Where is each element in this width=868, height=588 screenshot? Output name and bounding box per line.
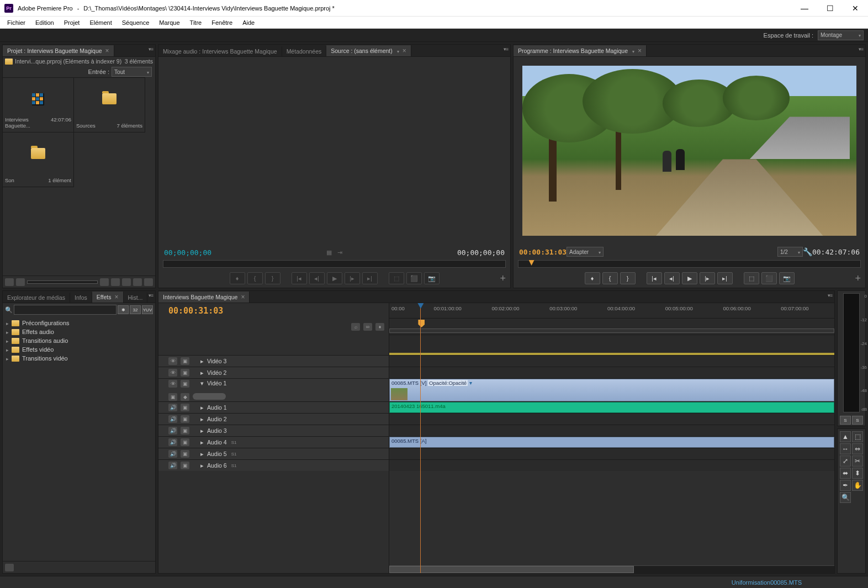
linked-sel-icon[interactable]: ∞ bbox=[363, 323, 372, 331]
icon-view-icon[interactable] bbox=[16, 278, 25, 286]
panel-menu-icon[interactable]: ▾≡ bbox=[149, 46, 153, 52]
hand-tool[interactable]: ✋ bbox=[852, 480, 863, 491]
goto-out-icon[interactable]: ▸| bbox=[717, 272, 733, 284]
add-button-icon[interactable]: + bbox=[855, 273, 861, 284]
solo-left-button[interactable]: S bbox=[840, 416, 851, 425]
mark-out-icon[interactable]: } bbox=[620, 272, 636, 284]
slip-tool[interactable]: ⬌ bbox=[840, 468, 851, 479]
goto-in-icon[interactable]: |◂ bbox=[647, 272, 662, 284]
track-v1[interactable]: 00085.MTS [V] Opacité:Opacité ▾ bbox=[389, 378, 834, 401]
bin-son[interactable]: Son1 élément bbox=[2, 132, 74, 187]
tab-effects[interactable]: Effets bbox=[92, 292, 124, 303]
panel-menu-icon[interactable]: ▾≡ bbox=[859, 46, 863, 52]
track-header-a2[interactable]: 🔊▣▸Audio 2 bbox=[158, 413, 389, 425]
menu-edit[interactable]: Edition bbox=[30, 18, 59, 27]
effects-search-input[interactable] bbox=[14, 305, 117, 315]
new-bin-icon[interactable] bbox=[122, 278, 131, 286]
tab-metadata[interactable]: Métadonnées bbox=[282, 46, 327, 56]
track-a2[interactable] bbox=[389, 413, 834, 425]
program-scrollbar[interactable] bbox=[518, 260, 861, 268]
mark-in-icon[interactable]: { bbox=[247, 272, 263, 284]
list-view-icon[interactable] bbox=[5, 278, 14, 286]
track-select-tool[interactable]: ⬚ bbox=[852, 431, 863, 442]
menu-title[interactable]: Titre bbox=[185, 18, 207, 27]
mark-out-icon[interactable]: } bbox=[265, 272, 280, 284]
fx-32bit-badge[interactable]: 32 bbox=[130, 305, 141, 314]
overwrite-icon[interactable]: ⬛ bbox=[406, 272, 422, 284]
fx-audio-effects[interactable]: Effets audio bbox=[4, 327, 154, 336]
track-header-v3[interactable]: 👁▣▸Vidéo 3 bbox=[158, 355, 389, 367]
zoom-dropdown[interactable]: 1/2 bbox=[777, 247, 803, 257]
mark-in-icon[interactable]: { bbox=[602, 272, 618, 284]
source-viewer[interactable] bbox=[158, 57, 510, 246]
step-fwd-icon[interactable]: |▸ bbox=[700, 272, 715, 284]
clip-a4[interactable]: 00085.MTS [A] bbox=[389, 437, 834, 448]
source-tc-in[interactable]: 00;00;00;00 bbox=[164, 248, 211, 257]
menu-file[interactable]: Fichier bbox=[2, 18, 30, 27]
clip-v1[interactable]: 00085.MTS [V] Opacité:Opacité ▾ bbox=[389, 379, 834, 401]
timeline-ruler[interactable]: 00:00 00:01:00:00 00:02:00:00 00:03:00:0… bbox=[389, 303, 834, 319]
menu-marker[interactable]: Marque bbox=[154, 18, 184, 27]
step-back-icon[interactable]: ◂| bbox=[309, 272, 325, 284]
fx-video-effects[interactable]: Effets vidéo bbox=[4, 345, 154, 354]
workspace-dropdown[interactable]: Montage bbox=[818, 30, 864, 40]
bin-sources[interactable]: Sources7 éléments bbox=[73, 77, 145, 133]
program-tc-left[interactable]: 00:00:31:03 bbox=[519, 248, 567, 256]
fx-accel-badge[interactable]: ✱ bbox=[118, 305, 129, 314]
goto-out-icon[interactable]: ▸| bbox=[362, 272, 378, 284]
selection-tool[interactable]: ▲ bbox=[840, 431, 851, 442]
source-scrollbar[interactable] bbox=[163, 260, 506, 268]
zoom-slider[interactable] bbox=[27, 280, 98, 284]
play-icon[interactable]: ▶ bbox=[682, 272, 697, 284]
rolling-tool[interactable]: ⇔ bbox=[852, 443, 863, 454]
ripple-tool[interactable]: ↔ bbox=[840, 443, 851, 454]
track-header-a4[interactable]: 🔊▣▸Audio 4S1 bbox=[158, 436, 389, 448]
export-frame-icon[interactable]: 📷 bbox=[779, 272, 795, 284]
track-v2[interactable] bbox=[389, 367, 834, 378]
menu-sequence[interactable]: Séquence bbox=[117, 18, 155, 27]
track-a6[interactable] bbox=[389, 459, 834, 471]
new-bin-icon[interactable] bbox=[5, 564, 14, 571]
track-header-a5[interactable]: 🔊▣▸Audio 5S1 bbox=[158, 448, 389, 459]
menu-window[interactable]: Fenêtre bbox=[207, 18, 237, 27]
goto-in-icon[interactable]: |◂ bbox=[292, 272, 307, 284]
fx-yuv-badge[interactable]: YUV bbox=[142, 305, 153, 314]
tab-history[interactable]: Hist... bbox=[124, 293, 148, 303]
zoom-tool[interactable]: 🔍 bbox=[840, 492, 851, 503]
tab-info[interactable]: Infos bbox=[70, 293, 92, 303]
find-icon[interactable] bbox=[111, 278, 120, 286]
timeline-hscroll[interactable] bbox=[389, 565, 834, 573]
panel-menu-icon[interactable]: ▾≡ bbox=[828, 293, 832, 298]
pen-tool[interactable]: ✒ bbox=[840, 480, 851, 491]
out-icon[interactable]: ⇥ bbox=[337, 249, 342, 256]
track-header-a6[interactable]: 🔊▣▸Audio 6S1 bbox=[158, 459, 389, 471]
track-header-v2[interactable]: 👁▣▸Vidéo 2 bbox=[158, 367, 389, 378]
panel-menu-icon[interactable]: ▾≡ bbox=[504, 46, 508, 52]
fx-presets[interactable]: Préconfigurations bbox=[4, 319, 154, 327]
tab-project[interactable]: Projet : Interviews Baguette Magique bbox=[3, 45, 114, 56]
step-fwd-icon[interactable]: |▸ bbox=[345, 272, 360, 284]
tab-media-browser[interactable]: Explorateur de médias bbox=[3, 293, 70, 303]
play-icon[interactable]: ▶ bbox=[327, 272, 342, 284]
new-item-icon[interactable] bbox=[133, 278, 142, 286]
tab-program[interactable]: Programme : Interviews Baguette Magique bbox=[514, 45, 647, 56]
extract-icon[interactable]: ⬛ bbox=[761, 272, 777, 284]
project-filter-dropdown[interactable]: Tout bbox=[112, 67, 152, 77]
add-marker-icon[interactable]: ♦ bbox=[585, 272, 600, 284]
safe-margins-icon[interactable]: ▦ bbox=[326, 249, 332, 256]
menu-clip[interactable]: Elément bbox=[84, 18, 117, 27]
program-viewer[interactable] bbox=[514, 57, 865, 245]
track-header-a1[interactable]: 🔊▣▸Audio 1 bbox=[158, 401, 389, 413]
solo-right-button[interactable]: S bbox=[852, 416, 863, 425]
marker-icon[interactable]: ♦ bbox=[375, 323, 384, 331]
step-back-icon[interactable]: ◂| bbox=[664, 272, 680, 284]
tab-timeline[interactable]: Interviews Baguette Magique bbox=[158, 292, 250, 303]
tab-source[interactable]: Source : (sans élément) bbox=[326, 45, 411, 56]
fx-audio-transitions[interactable]: Transitions audio bbox=[4, 336, 154, 345]
window-minimize[interactable]: — bbox=[792, 0, 817, 17]
track-a5[interactable] bbox=[389, 448, 834, 459]
rate-stretch-tool[interactable]: ⤢ bbox=[840, 455, 851, 467]
automate-icon[interactable] bbox=[100, 278, 109, 286]
panel-menu-icon[interactable]: ▾≡ bbox=[149, 293, 153, 298]
timeline-work-area[interactable] bbox=[389, 319, 834, 335]
